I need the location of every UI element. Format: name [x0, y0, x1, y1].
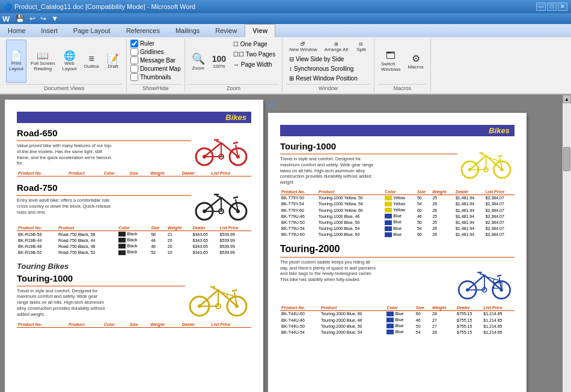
- qa-dropdown[interactable]: ▼: [50, 14, 60, 23]
- cell: $1,214.85: [482, 317, 515, 323]
- show-hide-group: Ruler Gridlines Message Bar Document Map…: [127, 38, 185, 92]
- add-page-button[interactable]: ⊞: [268, 100, 275, 109]
- road-750-table-container: Product No. Product Color Size Weight De…: [17, 225, 251, 256]
- maximize-button[interactable]: □: [547, 2, 557, 11]
- web-layout-button[interactable]: 🌐 WebLayout: [60, 40, 80, 83]
- t1000r-col-weight: Weight: [431, 189, 454, 195]
- touring-1000-right-tbody: BK-T79Y-50 Touring-1000 Yellow, 50 Yello…: [280, 194, 515, 238]
- cell: $2,384.07: [484, 207, 515, 213]
- vertical-scrollbar[interactable]: ▲ ▼: [563, 95, 571, 392]
- cell: BK-R19B-48: [17, 243, 57, 249]
- message-bar-check-input[interactable]: [130, 56, 138, 64]
- split-button[interactable]: ⊟Split: [352, 40, 370, 54]
- cell: 20: [166, 237, 192, 243]
- cell: BK-R19B-58: [17, 231, 57, 238]
- touring-1000-right-section: Touring-1000 Travel in style and comfort…: [280, 141, 515, 238]
- tab-mailings[interactable]: Mailings: [168, 24, 207, 37]
- arrange-all-button[interactable]: ⊞Arrange All: [322, 40, 351, 54]
- outline-label: Outline: [84, 64, 99, 69]
- split-icon: ⊟: [359, 41, 363, 47]
- two-pages-button[interactable]: ☐☐ Two Pages: [230, 50, 278, 59]
- gridlines-checkbox[interactable]: Gridlines: [130, 48, 181, 56]
- cell: $1,214.85: [482, 323, 515, 329]
- minimize-button[interactable]: —: [536, 2, 546, 11]
- cell: BK-T44U-46: [280, 317, 320, 323]
- ruler-check-input[interactable]: [130, 40, 138, 47]
- cell: $2,384.07: [484, 219, 515, 225]
- t1000r-col-color: Color: [383, 189, 416, 195]
- zoom-button[interactable]: 🔍 Zoom: [189, 40, 208, 83]
- cell: $2,384.07: [484, 201, 515, 207]
- cell: Blue: [383, 232, 416, 238]
- one-page-button[interactable]: ☐ One Page: [230, 40, 278, 49]
- svg-line-68: [497, 275, 501, 276]
- table-row: BK-T79Y-50 Touring-1000 Yellow, 50 Yello…: [280, 194, 515, 201]
- cell: 25: [431, 219, 454, 225]
- view-side-by-side-button[interactable]: ⊟ View Side by Side: [286, 55, 370, 64]
- switch-windows-button[interactable]: 🗔 SwitchWindows: [378, 40, 403, 83]
- thumbnails-check-input[interactable]: [130, 73, 138, 81]
- tab-references[interactable]: References: [118, 24, 168, 37]
- zoom-icon: 🔍: [192, 52, 205, 65]
- t1000r-col-size: Size: [416, 189, 432, 195]
- tab-review[interactable]: Review: [207, 24, 245, 37]
- zoom-100-button[interactable]: 100 100%: [209, 40, 229, 83]
- scroll-track[interactable]: [563, 103, 571, 392]
- cell: 54: [415, 329, 431, 335]
- cell: $343.65: [192, 243, 219, 249]
- switch-windows-icon: 🗔: [386, 50, 395, 61]
- table-row: BK-R19B-52 Road-750 Black, 52 Black 52 2…: [17, 249, 251, 255]
- outline-button[interactable]: ≡ Outline: [81, 40, 102, 83]
- table-row: BK-R19B-58 Road-750 Black, 58 Black 58 2…: [17, 231, 251, 238]
- cell: BK-T79U-54: [280, 226, 317, 232]
- cell: $1,481.94: [454, 219, 484, 225]
- gridlines-check-input[interactable]: [130, 48, 138, 56]
- thumbnails-checkbox[interactable]: Thumbnails: [130, 73, 181, 81]
- tab-page-layout[interactable]: Page Layout: [66, 24, 118, 37]
- scroll-up-button[interactable]: ▲: [563, 95, 571, 103]
- synchronous-scrolling-button[interactable]: ↕ Synchronous Scrolling: [286, 64, 370, 73]
- print-layout-button[interactable]: 📄 PrintLayout: [6, 40, 26, 83]
- new-window-button[interactable]: 🗗New Window: [286, 40, 320, 54]
- r750-col-list: List Price: [218, 225, 251, 231]
- r750-col-no: Product No.: [17, 225, 57, 231]
- cell: Touring-1000 Yellow, 60: [317, 207, 383, 213]
- r750-col-size: Size: [150, 225, 166, 231]
- touring-2000-bike: [454, 259, 515, 301]
- cell: 60: [416, 232, 432, 238]
- reset-window-position-button[interactable]: ⊞ Reset Window Position: [286, 74, 370, 83]
- table-row: BK-R19B-48 Road-750 Black, 48 Black 48 2…: [17, 243, 251, 249]
- cell: Touring-1000 Yellow, 50: [317, 194, 383, 201]
- r750-col-weight: Weight: [166, 225, 192, 231]
- touring-1000-right-bike: [457, 141, 515, 180]
- tab-view[interactable]: View: [245, 24, 275, 37]
- document-map-check-input[interactable]: [130, 65, 138, 73]
- cell: BK-T44U-50: [280, 323, 320, 329]
- col-color: Color: [103, 170, 129, 176]
- macros-button[interactable]: ⚙ Macros: [405, 40, 426, 83]
- cell: $343.65: [192, 237, 219, 243]
- cell: $755.15: [456, 329, 482, 335]
- tab-home[interactable]: Home: [0, 24, 33, 37]
- message-bar-checkbox[interactable]: Message Bar: [130, 56, 181, 64]
- window-controls[interactable]: — □ ✕: [536, 2, 567, 11]
- page-width-button[interactable]: ↔ Page Width: [230, 60, 278, 69]
- ruler-checkbox[interactable]: Ruler: [130, 40, 181, 47]
- word-icon: 🔵: [4, 3, 12, 11]
- touring-1000-left-desc: Travel in style and comfort. Designed fo…: [17, 288, 109, 318]
- undo-qa-button[interactable]: ↩: [28, 14, 37, 23]
- touring-1000-left-bike: [185, 273, 251, 318]
- save-qa-button[interactable]: 💾: [14, 14, 26, 23]
- cell: Touring-1000 Blue, 46: [317, 213, 383, 219]
- tab-insert[interactable]: Insert: [33, 24, 66, 37]
- document-views-items: 📄 PrintLayout 📖 Full ScreenReading 🌐 Web…: [6, 40, 123, 83]
- draft-button[interactable]: 📝 Draft: [103, 40, 123, 83]
- scroll-thumb[interactable]: [563, 147, 570, 171]
- close-button[interactable]: ✕: [558, 2, 567, 11]
- full-screen-reading-button[interactable]: 📖 Full ScreenReading: [28, 40, 58, 83]
- t1000r-col-no: Product No.: [280, 189, 317, 195]
- touring-1000-left-top: Touring-1000 Travel in style and comfort…: [17, 273, 251, 318]
- redo-qa-button[interactable]: ↪: [39, 14, 47, 23]
- cell: $755.15: [456, 310, 482, 317]
- document-map-checkbox[interactable]: Document Map: [130, 65, 181, 73]
